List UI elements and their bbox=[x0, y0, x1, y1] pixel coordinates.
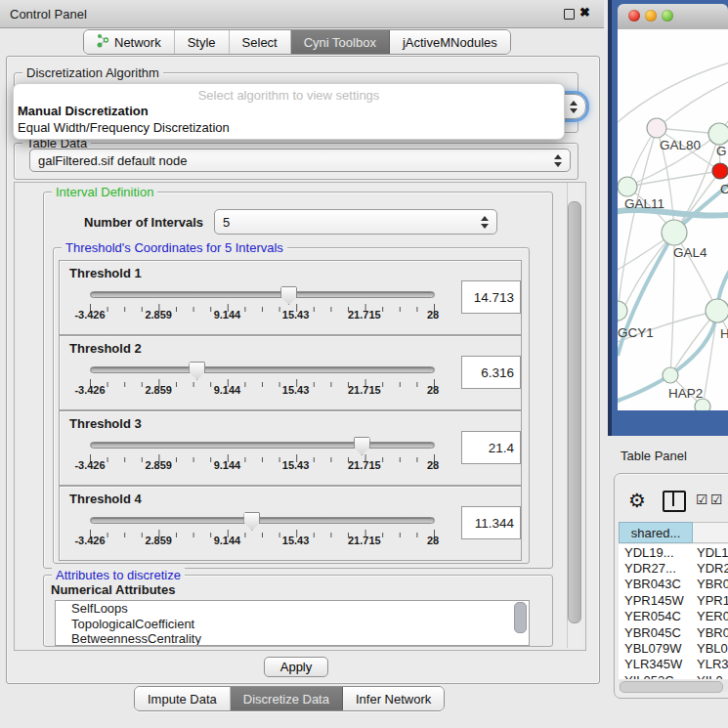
checkbox-checked-icon[interactable]: ☑ bbox=[696, 492, 708, 507]
network-canvas[interactable]: GAL80GCGAL11GAL4GCY1HHAP2 bbox=[618, 29, 728, 410]
network-node-label: GAL80 bbox=[660, 138, 701, 152]
slider-track[interactable] bbox=[90, 291, 435, 298]
numerical-attributes-list[interactable]: SelfLoopsTopologicalCoefficientBetweenne… bbox=[55, 600, 530, 646]
threshold-value-field[interactable]: 21.4 bbox=[461, 431, 521, 464]
threshold-box: Threshold 2-3.4262.8599.14415.4321.71528… bbox=[59, 335, 522, 410]
cell-shared-name: YPR145W bbox=[619, 593, 691, 608]
tab-label: Style bbox=[188, 35, 216, 50]
network-node[interactable] bbox=[662, 220, 687, 245]
cell-name: YER0 bbox=[691, 609, 728, 623]
horizontal-scrollbar-thumb[interactable] bbox=[620, 681, 723, 693]
slider-track[interactable] bbox=[90, 517, 435, 524]
column-header-shared-name[interactable]: shared... bbox=[619, 522, 693, 543]
table-data-combo[interactable]: galFiltered.sif default node bbox=[29, 149, 571, 172]
network-node[interactable] bbox=[708, 123, 728, 145]
network-edge bbox=[657, 78, 728, 128]
panel-title: Control Panel bbox=[10, 7, 87, 21]
threshold-box: Threshold 1-3.4262.8599.14415.4321.71528… bbox=[59, 260, 522, 335]
tab-jactivemnodules[interactable]: jActiveMNodules bbox=[390, 30, 510, 54]
dropdown-hint: Select algorithm to view settings bbox=[14, 84, 564, 103]
table-row[interactable]: YER054CYER0 bbox=[619, 609, 728, 624]
network-node[interactable] bbox=[712, 163, 728, 179]
slider-track[interactable] bbox=[90, 366, 435, 373]
table-row[interactable]: YBL079WYBL0 bbox=[619, 640, 728, 656]
tab-impute-data[interactable]: Impute Data bbox=[135, 687, 231, 710]
threshold-value-field[interactable]: 11.344 bbox=[461, 506, 521, 539]
tab-network[interactable]: Network bbox=[84, 30, 175, 54]
attribute-list-item[interactable]: SelfLoops bbox=[56, 601, 529, 617]
cell-shared-name: YBR043C bbox=[619, 577, 691, 591]
checkbox-checked-icon[interactable]: ☑ bbox=[710, 492, 723, 507]
desktop-edge-shadow bbox=[608, 0, 612, 436]
zoom-light-icon[interactable] bbox=[662, 10, 673, 21]
bottom-tab-bar: Impute DataDiscretize DataInfer Network bbox=[134, 686, 445, 711]
table-row[interactable]: YDR27...YDR2 bbox=[619, 560, 728, 576]
tab-select[interactable]: Select bbox=[230, 30, 291, 54]
dropdown-option[interactable]: Equal Width/Frequency Discretization bbox=[14, 119, 564, 136]
tick-label: 15.43 bbox=[282, 459, 310, 471]
table-row[interactable]: YLR345WYLR3 bbox=[619, 657, 728, 672]
column-header-name[interactable]: na bbox=[693, 522, 728, 543]
tab-discretize-data[interactable]: Discretize Data bbox=[231, 687, 343, 710]
table-row[interactable]: YIL052CYIL0 bbox=[619, 672, 728, 679]
network-node[interactable] bbox=[706, 299, 728, 322]
tab-cyni-toolbox[interactable]: Cyni Toolbox bbox=[291, 30, 390, 54]
table-header-row: shared... na bbox=[619, 522, 728, 543]
apply-button[interactable]: Apply bbox=[264, 657, 328, 677]
vertical-scrollbar-thumb[interactable] bbox=[568, 201, 581, 623]
minimize-light-icon[interactable] bbox=[645, 10, 657, 21]
network-node[interactable] bbox=[695, 399, 710, 410]
tick-label: 2.859 bbox=[145, 309, 172, 321]
network-window-titlebar[interactable] bbox=[618, 4, 728, 30]
table-row[interactable]: YBR045CYBR0 bbox=[619, 624, 728, 640]
slider-ticks bbox=[90, 453, 435, 463]
close-light-icon[interactable] bbox=[628, 10, 640, 21]
threshold-label: Threshold 3 bbox=[69, 416, 142, 431]
threshold-value-field[interactable]: 6.316 bbox=[461, 356, 521, 389]
tick-label: 9.144 bbox=[214, 384, 241, 396]
cell-name: YIL0 bbox=[691, 673, 723, 679]
num-intervals-label: Number of Intervals bbox=[84, 215, 203, 230]
table-row[interactable]: YDL19...YDL1 bbox=[619, 544, 728, 560]
network-desktop: GAL80GCGAL11GAL4GCY1HHAP2 bbox=[608, 0, 728, 436]
dropdown-option[interactable]: Manual Discretization bbox=[14, 103, 564, 119]
slider-ticks bbox=[90, 529, 435, 538]
gear-icon[interactable]: ⚙ bbox=[628, 489, 646, 512]
cell-shared-name: YBL079W bbox=[619, 641, 691, 656]
network-node[interactable] bbox=[663, 367, 678, 383]
tab-label: Infer Network bbox=[356, 692, 431, 707]
combo-arrows-icon bbox=[570, 101, 578, 113]
combo-arrows-icon bbox=[554, 154, 562, 167]
attribute-list-item[interactable]: TopologicalCoefficient bbox=[56, 617, 529, 632]
network-node-label: HAP2 bbox=[668, 386, 703, 401]
tick-label: 15.43 bbox=[282, 384, 310, 396]
numerical-attributes-heading: Numerical Attributes bbox=[51, 582, 175, 597]
tick-label: 15.43 bbox=[282, 309, 310, 321]
slider-track[interactable] bbox=[90, 442, 435, 449]
interval-group-title: Interval Definition bbox=[52, 185, 157, 199]
table-row[interactable]: YPR145WYPR1 bbox=[619, 592, 728, 608]
network-node[interactable] bbox=[647, 118, 666, 138]
tick-label: 9.144 bbox=[214, 459, 241, 471]
threshold-label: Threshold 4 bbox=[69, 492, 142, 506]
threshold-value-field[interactable]: 14.713 bbox=[461, 280, 521, 314]
tab-infer-network[interactable]: Infer Network bbox=[343, 687, 444, 710]
tick-label: 21.715 bbox=[348, 459, 381, 471]
network-graph: GAL80GCGAL11GAL4GCY1HHAP2 bbox=[618, 29, 728, 410]
float-window-icon[interactable] bbox=[564, 9, 575, 20]
tick-label: -3.426 bbox=[74, 535, 105, 546]
num-intervals-combo[interactable]: 5 bbox=[214, 209, 497, 235]
cell-shared-name: YBR045C bbox=[619, 625, 691, 640]
attribute-list-item[interactable]: BetweennessCentrality bbox=[56, 631, 529, 646]
table-panel-titlebar: Table Panel bbox=[604, 440, 728, 470]
table-row[interactable]: YBR043CYBR0 bbox=[619, 577, 728, 592]
list-scrollbar-thumb[interactable] bbox=[514, 602, 527, 633]
tick-label: 2.859 bbox=[145, 535, 172, 546]
cell-name: YDL1 bbox=[691, 545, 728, 560]
tab-style[interactable]: Style bbox=[175, 30, 230, 54]
close-icon[interactable]: ✖ bbox=[579, 5, 590, 20]
split-columns-icon[interactable] bbox=[663, 491, 686, 512]
network-node[interactable] bbox=[618, 177, 637, 196]
threshold-box: Threshold 4-3.4262.8599.14415.4321.71528… bbox=[59, 486, 522, 561]
tick-label: 21.715 bbox=[348, 535, 381, 546]
